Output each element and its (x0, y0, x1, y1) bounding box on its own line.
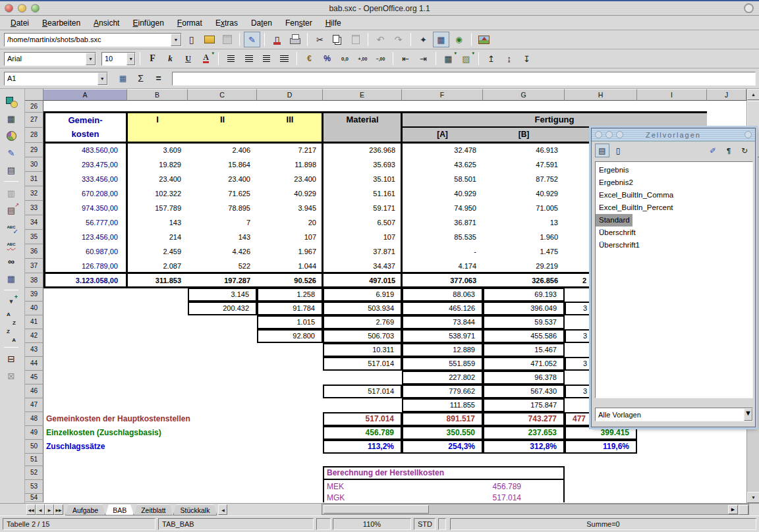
style-item-ergebnis[interactable]: Ergebnis (596, 166, 629, 174)
cell-F49[interactable]: 350.550 (402, 426, 483, 440)
cell-D33[interactable]: 3.945 (257, 201, 323, 215)
cell-G37[interactable]: 29.219 (483, 259, 565, 273)
align-center-icon[interactable] (240, 51, 257, 66)
horizontal-scrollbar-thumb[interactable] (323, 505, 429, 514)
new-document-icon[interactable] (183, 32, 200, 47)
font-size-dropdown-icon[interactable]: ▼ (126, 53, 135, 65)
cell-E36[interactable]: 37.871 (323, 244, 402, 259)
font-size-input[interactable] (102, 53, 126, 65)
column-header-H[interactable]: H (565, 89, 637, 101)
cell-D31[interactable]: 23.400 (257, 172, 323, 186)
insert-object-icon[interactable] (2, 201, 20, 219)
menu-datei[interactable]: Datei (4, 17, 36, 29)
cell-D42[interactable]: 92.800 (257, 329, 323, 343)
cell-C37[interactable]: 522 (188, 259, 257, 273)
row-header-50[interactable]: 50 (25, 440, 43, 454)
last-sheet-icon[interactable]: ▶▶ (54, 504, 63, 515)
column-header-J[interactable]: J (707, 89, 746, 101)
cell-B34[interactable]: 143 (127, 215, 188, 230)
row-header-40[interactable]: 40 (25, 302, 43, 315)
cell-E49[interactable]: 456.789 (323, 426, 402, 440)
cell-F47[interactable]: 111.855 (402, 398, 483, 412)
cell-F45[interactable]: 227.802 (402, 371, 483, 385)
align-right-icon[interactable] (258, 51, 275, 66)
group-icon[interactable] (2, 350, 20, 367)
column-header-I[interactable]: I (637, 89, 707, 101)
align-justify-icon[interactable] (276, 51, 293, 66)
cell-E39[interactable]: 6.919 (323, 288, 402, 302)
cell-reference-box[interactable]: ▼ (4, 72, 108, 86)
cell-G36[interactable]: 1.475 (483, 244, 565, 259)
cell-G48[interactable]: 743.277 (483, 412, 565, 426)
cell-G49[interactable]: 237.653 (483, 426, 565, 440)
cell-D37[interactable]: 1.044 (257, 259, 323, 273)
column-header-F[interactable]: F (402, 89, 483, 101)
column-header-B[interactable]: B (127, 89, 188, 101)
increase-indent-icon[interactable] (415, 51, 432, 66)
cell-F40[interactable]: 465.126 (402, 302, 483, 315)
cell-G42[interactable]: 455.586 (483, 329, 565, 343)
cell-F46[interactable]: 779.662 (402, 385, 483, 398)
copy-icon[interactable] (329, 32, 346, 47)
cell-B29[interactable]: 3.609 (127, 143, 188, 157)
stylist-titlebar[interactable]: Zellvorlagen (592, 128, 755, 142)
stylist-style-list[interactable]: ErgebnisErgebnis2Excel_BuiltIn_CommaExce… (595, 161, 753, 398)
cell-D40[interactable]: 91.784 (257, 302, 323, 315)
scroll-up-icon[interactable]: ▲ (747, 89, 759, 100)
data-sources-icon[interactable] (2, 270, 20, 287)
cell-B31[interactable]: 23.400 (127, 172, 188, 186)
style-item-excel_builtin_comma[interactable]: Excel_BuiltIn_Comma (596, 191, 673, 199)
cell-styles-icon[interactable] (595, 144, 609, 157)
sort-ascending-icon[interactable] (2, 310, 20, 327)
cell-A38[interactable]: 3.123.058,00 (43, 273, 127, 288)
cell-fertigung-b-header[interactable]: [B] (483, 128, 565, 143)
print-icon[interactable] (287, 32, 303, 47)
cell-A50[interactable]: Zuschlagssätze (43, 440, 323, 454)
cell-D41[interactable]: 1.015 (257, 315, 323, 329)
cell-F38[interactable]: 377.063 (402, 273, 483, 288)
cell-D29[interactable]: 7.217 (257, 143, 323, 157)
cell-C40[interactable]: 200.432 (188, 302, 257, 315)
cell-E31[interactable]: 35.101 (323, 172, 402, 186)
previous-sheet-icon[interactable]: ◀ (36, 504, 45, 515)
cell-G40[interactable]: 396.049 (483, 302, 565, 315)
row-header-44[interactable]: 44 (25, 357, 43, 371)
delete-decimal-icon[interactable] (372, 51, 389, 66)
insert-icon[interactable] (2, 93, 20, 110)
cell-D30[interactable]: 11.898 (257, 157, 323, 172)
row-header-45[interactable]: 45 (25, 371, 43, 385)
cell-E40[interactable]: 503.934 (323, 302, 402, 315)
cell-F29[interactable]: 32.478 (402, 143, 483, 157)
cell-C36[interactable]: 4.426 (188, 244, 257, 259)
next-sheet-icon[interactable]: ▶ (45, 504, 54, 515)
cell-E30[interactable]: 35.693 (323, 157, 402, 172)
row-header-52[interactable]: 52 (25, 466, 43, 480)
find-replace-icon[interactable] (2, 253, 20, 270)
cell-E38[interactable]: 497.015 (323, 273, 402, 288)
cell-G39[interactable]: 69.193 (483, 288, 565, 302)
column-header-A[interactable]: A (43, 89, 127, 101)
style-item-ergebnis2[interactable]: Ergebnis2 (596, 178, 633, 186)
cell-F32[interactable]: 40.929 (402, 186, 483, 201)
style-item-überschrift1[interactable]: Überschrift1 (596, 241, 640, 249)
background-color-icon[interactable] (458, 51, 474, 66)
cell-A33[interactable]: 974.350,00 (43, 201, 127, 215)
cell-F31[interactable]: 58.501 (402, 172, 483, 186)
cell-A29[interactable]: 483.560,00 (43, 143, 127, 157)
function-wizard-icon[interactable] (115, 70, 131, 86)
row-header-42[interactable]: 42 (25, 329, 43, 343)
row-header-30[interactable]: 30 (25, 157, 43, 172)
cell-F41[interactable]: 73.844 (402, 315, 483, 329)
cell-D32[interactable]: 40.929 (257, 186, 323, 201)
menu-ansicht[interactable]: Ansicht (87, 17, 126, 29)
font-name-combo[interactable]: ▼ (4, 52, 96, 66)
row-header-51[interactable]: 51 (25, 454, 43, 466)
cell-material-header[interactable]: Material (323, 113, 402, 143)
row-header-39[interactable]: 39 (25, 288, 43, 302)
add-decimal-icon[interactable] (354, 51, 371, 66)
cell-A35[interactable]: 123.456,00 (43, 230, 127, 244)
sort-descending-icon[interactable] (2, 327, 20, 344)
cell-G38[interactable]: 326.856 (483, 273, 565, 288)
cell-E46[interactable]: 517.014 (323, 385, 402, 398)
cell-E52[interactable]: Berechnung der Herstellkosten (323, 466, 565, 480)
